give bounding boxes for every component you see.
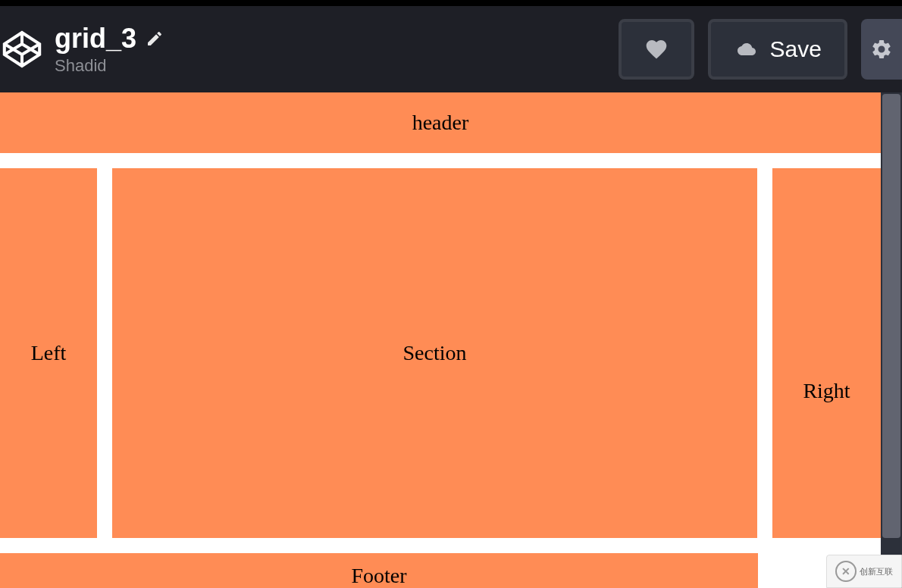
heart-icon [644,37,669,61]
grid-middle-row: Left Section Right [0,168,881,538]
preview-area: header Left Section Right Footer [0,92,902,588]
grid-container: header Left Section Right Footer [0,92,881,588]
topbar-right: Save [619,19,902,80]
codepen-logo-icon[interactable] [0,27,44,71]
cloud-icon [734,40,759,58]
save-button[interactable]: Save [708,19,847,80]
grid-right: Right [772,168,881,538]
pen-title[interactable]: grid_3 [55,23,136,55]
watermark-logo-icon: ✕ [835,561,857,582]
grid-left: Left [0,168,97,538]
settings-button[interactable] [861,19,902,80]
topbar: grid_3 Shadid Save [0,0,902,92]
topbar-left: grid_3 Shadid [0,23,164,76]
pencil-icon[interactable] [146,30,164,48]
grid-section: Section [112,168,757,538]
watermark: ✕ 创新互联 [826,555,902,588]
grid-footer: Footer [0,553,758,588]
watermark-text: 创新互联 [860,568,893,576]
like-button[interactable] [619,19,694,80]
title-group: grid_3 Shadid [55,23,164,76]
watermark-inner: ✕ 创新互联 [835,561,893,582]
pen-author[interactable]: Shadid [55,56,164,76]
gear-icon [870,38,893,61]
pen-title-row: grid_3 [55,23,164,55]
save-label: Save [770,36,822,62]
scrollbar-thumb[interactable] [882,94,900,538]
grid-header: header [0,92,881,153]
